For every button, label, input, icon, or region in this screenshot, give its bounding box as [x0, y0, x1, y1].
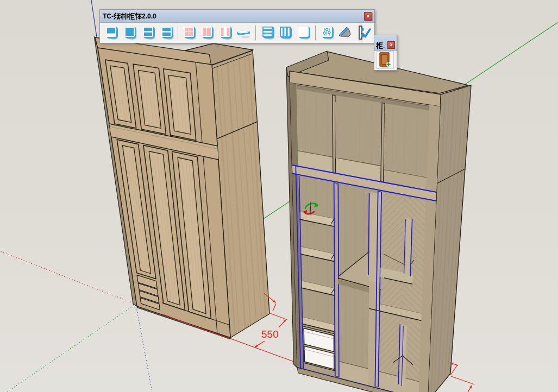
svg-text:550: 550: [261, 328, 279, 340]
